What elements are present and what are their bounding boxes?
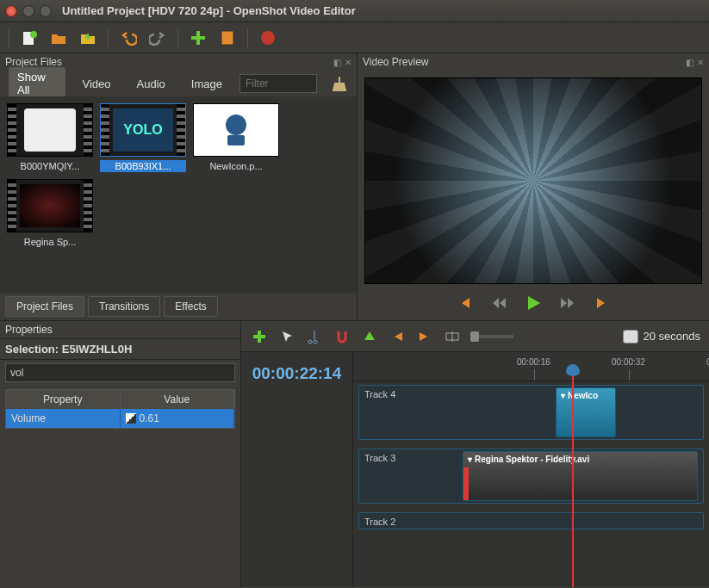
pointer-tool-icon[interactable] (277, 327, 296, 346)
project-file-item[interactable]: B000YMQIY... (7, 103, 93, 172)
selection-label: Selection: (5, 343, 59, 356)
close-pane-icon[interactable]: ✕ (697, 58, 704, 67)
clear-filter-icon[interactable] (331, 74, 348, 93)
window-titlebar: Untitled Project [HDV 720 24p] - OpenSho… (0, 0, 709, 22)
window-maximize-button[interactable] (40, 5, 52, 17)
main-toolbar (0, 22, 709, 53)
keyframe-icon (126, 413, 136, 424)
next-marker-icon[interactable] (415, 327, 434, 346)
filter-video-tab[interactable]: Video (74, 74, 120, 94)
timeline-tracks-area[interactable]: 00:00:16 00:00:32 00:00:48 Track 4 ▾NewI… (353, 352, 709, 587)
project-files-pane: Project Files ◧ ✕ Show All Video Audio I… (0, 53, 358, 320)
timeline-track[interactable]: Track 3 ▾Regina Spektor - Fidelity.avi (358, 449, 704, 504)
chevron-down-icon: ▾ (468, 455, 472, 464)
project-files-grid: B000YMQIY... YOLO B00B93IX1... NewIcon.p… (0, 96, 357, 293)
svg-rect-7 (227, 135, 245, 145)
playback-controls (358, 291, 709, 320)
toolbar-separator (9, 28, 9, 47)
project-file-item[interactable]: YOLO B00B93IX1... (100, 103, 186, 172)
close-pane-icon[interactable]: ✕ (345, 58, 351, 67)
video-preview-canvas[interactable] (364, 77, 702, 284)
toolbar-separator (177, 28, 178, 47)
add-track-icon[interactable] (250, 327, 269, 346)
window-title: Untitled Project [HDV 720 24p] - OpenSho… (62, 4, 356, 17)
timeline-clip[interactable]: ▾NewIco (556, 387, 616, 437)
zoom-slider[interactable] (470, 335, 513, 338)
filter-image-tab[interactable]: Image (183, 74, 231, 94)
window-close-button[interactable] (5, 5, 17, 17)
tab-project-files[interactable]: Project Files (5, 296, 84, 317)
timeline-clip[interactable]: ▾Regina Spektor - Fidelity.avi (463, 451, 698, 501)
ruler-tick: 00:00:32 (612, 357, 645, 367)
zoom-level-label: 20 seconds (644, 330, 701, 343)
svg-point-4 (261, 31, 275, 45)
jump-end-icon[interactable] (593, 294, 612, 313)
toolbar-separator (108, 28, 109, 47)
col-value: Value (121, 390, 235, 409)
playhead[interactable] (572, 374, 574, 587)
detach-icon[interactable]: ◧ (333, 58, 341, 67)
timeline-pane: 20 seconds 00:00:22:14 00:00:16 00:00:32… (241, 321, 709, 587)
import-files-icon[interactable] (189, 28, 208, 47)
tab-transitions[interactable]: Transitions (88, 296, 160, 317)
undo-icon[interactable] (119, 28, 138, 47)
tab-effects[interactable]: Effects (164, 296, 217, 317)
snap-icon[interactable] (333, 327, 351, 346)
file-label: B00B93IX1... (100, 160, 186, 172)
timeline-track[interactable]: Track 2 (358, 512, 704, 529)
selection-id: E5IWZHLL0H (62, 343, 133, 356)
save-project-icon[interactable] (78, 28, 97, 47)
property-value: 0.61 (140, 412, 159, 424)
timeline-current-time: 00:00:22:14 (252, 364, 342, 383)
properties-table: Property Value Volume 0.61 (5, 389, 235, 429)
svg-point-5 (226, 115, 246, 135)
project-file-item[interactable]: Regina Sp... (7, 179, 93, 248)
filter-input[interactable] (239, 74, 317, 93)
file-label: NewIcon.p... (193, 160, 279, 172)
timeline-ruler[interactable]: 00:00:16 00:00:32 00:00:48 (353, 352, 709, 381)
properties-pane: Properties Selection: E5IWZHLL0H Propert… (0, 321, 241, 587)
file-label: B000YMQIY... (7, 160, 93, 172)
prev-marker-icon[interactable] (388, 327, 407, 346)
profiles-icon[interactable] (218, 28, 237, 47)
jump-start-icon[interactable] (455, 294, 474, 313)
center-playhead-icon[interactable] (443, 327, 462, 346)
toolbar-separator (247, 28, 248, 47)
video-preview-pane: Video Preview ◧ ✕ (358, 53, 709, 320)
track-label: Track 2 (364, 517, 395, 527)
rewind-icon[interactable] (489, 294, 508, 313)
col-property: Property (6, 390, 121, 409)
zoom-level-icon[interactable] (623, 330, 638, 344)
timeline-track[interactable]: Track 4 ▾NewIco (358, 385, 704, 440)
project-files-title: Project Files (5, 56, 62, 68)
marker-icon[interactable] (360, 327, 379, 346)
ruler-tick: 00:00:16 (517, 357, 550, 367)
redo-icon[interactable] (148, 28, 167, 47)
window-minimize-button[interactable] (22, 5, 34, 17)
properties-title: Properties (5, 324, 53, 336)
video-preview-title: Video Preview (363, 56, 429, 68)
property-name: Volume (6, 409, 121, 428)
project-file-item[interactable]: NewIcon.p... (193, 103, 279, 172)
property-row[interactable]: Volume 0.61 (6, 409, 234, 428)
track-label: Track 3 (364, 453, 395, 463)
svg-rect-2 (221, 31, 233, 45)
open-project-icon[interactable] (49, 28, 68, 47)
export-icon[interactable] (258, 28, 277, 47)
filter-audio-tab[interactable]: Audio (128, 74, 174, 94)
detach-icon[interactable]: ◧ (686, 58, 693, 67)
svg-point-1 (30, 31, 37, 38)
play-icon[interactable] (524, 294, 543, 313)
fast-forward-icon[interactable] (558, 294, 577, 313)
filter-show-all-tab[interactable]: Show All (9, 67, 65, 100)
track-label: Track 4 (364, 389, 395, 399)
chevron-down-icon: ▾ (561, 391, 565, 400)
property-filter-input[interactable] (5, 363, 235, 382)
new-project-icon[interactable] (20, 28, 39, 47)
file-label: Regina Sp... (7, 236, 93, 248)
razor-tool-icon[interactable] (305, 327, 324, 346)
